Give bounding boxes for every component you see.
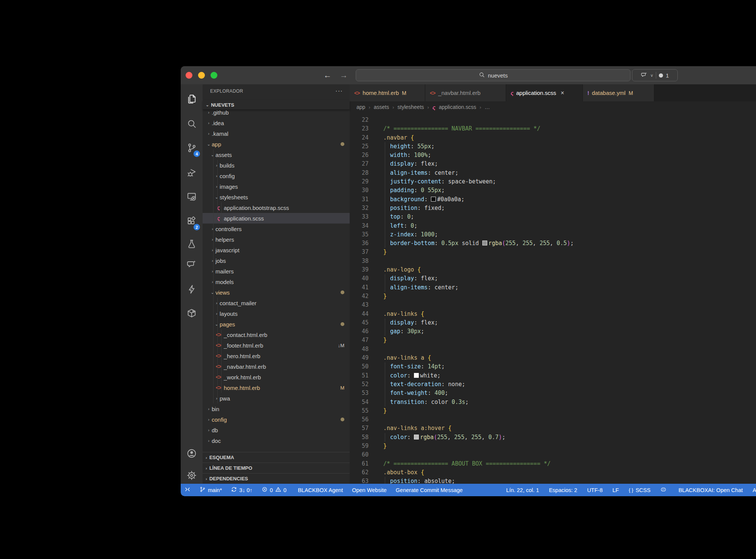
activity-blackbox-lightning-button[interactable] (181, 280, 203, 300)
tree-item--kamal[interactable]: ›.kamal (203, 128, 350, 139)
activity-remote-explorer-button[interactable] (181, 188, 203, 207)
tree-item-javascript[interactable]: ›javascript (203, 245, 350, 255)
activity-source-control-button[interactable]: 4 (181, 139, 203, 158)
tree-item-label: images (220, 183, 238, 190)
tree-item--contact-html-erb[interactable]: <>_contact.html.erb (203, 329, 350, 340)
sidebar-more-actions-button[interactable]: ··· (335, 87, 343, 95)
status-cursor-position[interactable]: Lín. 22, col. 1 (506, 487, 539, 493)
tree-item-application-bootstrap-scss[interactable]: ςapplication.bootstrap.scss (203, 202, 350, 213)
status-problems[interactable]: 00 (262, 486, 287, 494)
tab-home-html-erb[interactable]: <>home.html.erbM (350, 84, 425, 101)
tree-item--footer-html-erb[interactable]: <>_footer.html.erb↓M (203, 340, 350, 351)
chat-icon (186, 259, 197, 271)
status-encoding[interactable]: UTF-8 (587, 487, 603, 493)
code-line-36: 36 border-bottom: 0.5px solid rgba(255, … (350, 239, 756, 248)
tree-item-label: doc (212, 438, 221, 444)
git-status-badge: M (340, 385, 344, 391)
breadcrumb-item-application-scss[interactable]: application.scss (439, 104, 476, 110)
tree-item--navbar-html-erb[interactable]: <>_navbar.html.erb (203, 361, 350, 372)
tree-item-stylesheets[interactable]: ⌄stylesheets (203, 192, 350, 202)
tree-item-bin[interactable]: ›bin (203, 404, 350, 414)
navigate-back-button[interactable]: ← (324, 71, 332, 80)
activity-extensions-button[interactable]: 2 (181, 212, 203, 232)
tree-item-views[interactable]: ⌄views (203, 287, 350, 298)
tree-item-helpers[interactable]: ›helpers (203, 234, 350, 245)
tree-item-mailers[interactable]: ›mailers (203, 266, 350, 276)
activity-chat-button[interactable] (181, 255, 203, 275)
tree-item-builds[interactable]: ›builds (203, 160, 350, 171)
status-clipped-item[interactable]: A (753, 487, 756, 493)
code-line-63: 63 position: absolute; (350, 477, 756, 484)
status-open-website[interactable]: Open Website (352, 487, 387, 493)
activity-run-debug-button[interactable] (181, 164, 203, 183)
git-modified-dot-icon (341, 418, 344, 421)
tree-item--github[interactable]: ›.github (203, 109, 350, 118)
tree-item-app[interactable]: ⌄app (203, 139, 350, 149)
search-icon (479, 71, 485, 79)
breadcrumb-item-app[interactable]: app (356, 104, 365, 110)
breadcrumb-item-stylesheets[interactable]: stylesheets (398, 104, 424, 110)
tree-item--hero-html-erb[interactable]: <>_hero.html.erb (203, 351, 350, 361)
maximize-window-button[interactable] (211, 72, 217, 79)
status-copilot[interactable] (660, 486, 666, 494)
status-remote[interactable] (184, 486, 191, 494)
status-label: BLACKBOX Agent (298, 487, 343, 493)
tree-item-application-scss[interactable]: ςapplication.scss (203, 213, 350, 224)
chevron-right-icon: › (214, 174, 220, 178)
explorer-icon (186, 94, 197, 106)
activity-testing-button[interactable] (181, 235, 203, 255)
tree-item-config[interactable]: ›config (203, 171, 350, 181)
sidebar-section-esquema[interactable]: ›ESQUEMA (203, 452, 350, 463)
line-number: 35 (350, 230, 369, 239)
status-eol[interactable]: LF (612, 487, 619, 493)
activity-container-button[interactable] (181, 304, 203, 324)
tree-item-doc[interactable]: ›doc (203, 435, 350, 446)
activity-settings-button[interactable] (181, 466, 203, 486)
status-indentation[interactable]: Espacios: 2 (549, 487, 577, 493)
sidebar-section-l-nea-de-tiempo[interactable]: ›LÍNEA DE TIEMPO (203, 463, 350, 473)
code-editor[interactable]: 2223/* ================ NAVBAR =========… (350, 113, 756, 484)
tab-database-yml[interactable]: !database.ymlM (583, 84, 654, 101)
code-line-51: 51 color: white; (350, 371, 756, 380)
activity-account-button[interactable] (181, 444, 203, 464)
breadcrumb-separator: › (480, 104, 481, 110)
sidebar-section-dependencies[interactable]: ›DEPENDENCIES (203, 473, 350, 484)
copilot-layout-pill[interactable]: ∨ 1 (632, 69, 678, 81)
tab-application-scss[interactable]: ςapplication.scss× (506, 84, 583, 101)
tree-item-images[interactable]: ›images (203, 181, 350, 192)
tree-item-label: views (215, 289, 230, 296)
tree-item-controllers[interactable]: ›controllers (203, 224, 350, 234)
tab--navbar-html-erb[interactable]: <>_navbar.html.erb (425, 84, 506, 101)
tree-item-pages[interactable]: ⌄pages (203, 319, 350, 329)
tree-item-layouts[interactable]: ›layouts (203, 308, 350, 319)
close-window-button[interactable] (186, 72, 192, 79)
tree-item-jobs[interactable]: ›jobs (203, 255, 350, 266)
tree-item-config[interactable]: ›config (203, 414, 350, 425)
command-center-search[interactable]: nuevets (356, 69, 631, 81)
close-tab-icon[interactable]: × (561, 90, 564, 96)
tree-item-db[interactable]: ›db (203, 425, 350, 435)
breadcrumb[interactable]: app›assets›stylesheets›ςapplication.scss… (350, 101, 756, 113)
tree-item--work-html-erb[interactable]: <>_work.html.erb (203, 372, 350, 382)
activity-search-button[interactable] (181, 115, 203, 134)
status-generate-commit-message[interactable]: Generate Commit Message (396, 487, 463, 493)
navigate-forward-button[interactable]: → (340, 71, 348, 80)
tree-item-home-html-erb[interactable]: <>home.html.erbM (203, 382, 350, 393)
status-git-branch[interactable]: main* (200, 486, 222, 494)
color-swatch (431, 197, 436, 202)
status-blackboxai-open-chat[interactable]: BLACKBOXAI: Open Chat (676, 487, 743, 493)
project-section-header[interactable]: ⌄ NUEVETS (203, 100, 350, 109)
activity-explorer-button[interactable] (181, 90, 203, 110)
tree-item-contact-mailer[interactable]: ›contact_mailer (203, 298, 350, 308)
tree-item-models[interactable]: ›models (203, 276, 350, 287)
breadcrumb-item--[interactable]: … (485, 104, 490, 110)
breadcrumb-item-assets[interactable]: assets (374, 104, 389, 110)
tree-item-pwa[interactable]: ›pwa (203, 393, 350, 404)
remote-indicator-icon (184, 486, 191, 494)
minimize-window-button[interactable] (198, 72, 205, 79)
tree-item--idea[interactable]: ›.idea (203, 118, 350, 128)
status-language-mode[interactable]: { }SCSS (629, 487, 651, 493)
status-git-sync[interactable]: 3↓ 0↑ (231, 486, 253, 494)
status-blackbox-agent[interactable]: BLACKBOX Agent (296, 487, 343, 493)
tree-item-assets[interactable]: ⌄assets (203, 149, 350, 160)
